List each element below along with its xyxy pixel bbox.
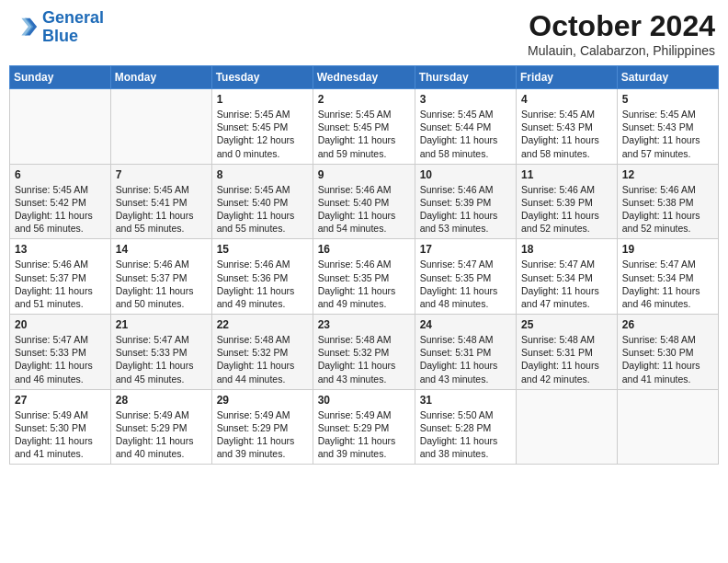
calendar-cell: 31Sunrise: 5:50 AM Sunset: 5:28 PM Dayli… <box>415 389 516 465</box>
cell-content: Sunrise: 5:48 AM Sunset: 5:30 PM Dayligh… <box>622 333 713 385</box>
day-number: 6 <box>15 168 106 181</box>
cell-content: Sunrise: 5:45 AM Sunset: 5:43 PM Dayligh… <box>622 108 713 160</box>
calendar-cell: 10Sunrise: 5:46 AM Sunset: 5:39 PM Dayli… <box>415 164 516 239</box>
calendar-cell: 6Sunrise: 5:45 AM Sunset: 5:42 PM Daylig… <box>10 164 111 239</box>
calendar-cell: 7Sunrise: 5:45 AM Sunset: 5:41 PM Daylig… <box>110 164 211 239</box>
day-header-sunday: Sunday <box>10 66 111 89</box>
calendar-cell <box>517 389 618 465</box>
calendar-cell <box>110 89 211 165</box>
day-number: 12 <box>622 168 713 181</box>
calendar-header-row: SundayMondayTuesdayWednesdayThursdayFrid… <box>10 66 719 89</box>
calendar-cell: 27Sunrise: 5:49 AM Sunset: 5:30 PM Dayli… <box>10 389 111 465</box>
calendar-week-2: 6Sunrise: 5:45 AM Sunset: 5:42 PM Daylig… <box>10 164 719 239</box>
cell-content: Sunrise: 5:45 AM Sunset: 5:45 PM Dayligh… <box>318 108 410 160</box>
logo: General Blue <box>13 9 104 46</box>
cell-content: Sunrise: 5:45 AM Sunset: 5:42 PM Dayligh… <box>15 183 106 236</box>
day-header-thursday: Thursday <box>415 66 516 89</box>
day-header-monday: Monday <box>110 66 211 89</box>
day-number: 31 <box>420 394 511 407</box>
month-title: October 2024 <box>528 9 715 43</box>
cell-content: Sunrise: 5:46 AM Sunset: 5:37 PM Dayligh… <box>15 258 106 310</box>
cell-content: Sunrise: 5:46 AM Sunset: 5:39 PM Dayligh… <box>521 183 612 236</box>
calendar-cell: 29Sunrise: 5:49 AM Sunset: 5:29 PM Dayli… <box>211 389 313 465</box>
calendar-cell <box>10 89 111 165</box>
day-number: 4 <box>521 93 612 106</box>
cell-content: Sunrise: 5:46 AM Sunset: 5:40 PM Dayligh… <box>318 183 410 236</box>
cell-content: Sunrise: 5:46 AM Sunset: 5:35 PM Dayligh… <box>318 258 410 310</box>
cell-content: Sunrise: 5:45 AM Sunset: 5:40 PM Dayligh… <box>217 183 308 236</box>
page-header: General Blue October 2024 Mulauin, Calab… <box>9 9 719 58</box>
day-number: 25 <box>521 318 612 331</box>
calendar-cell: 16Sunrise: 5:46 AM Sunset: 5:35 PM Dayli… <box>313 239 415 315</box>
cell-content: Sunrise: 5:49 AM Sunset: 5:29 PM Dayligh… <box>217 408 308 461</box>
day-number: 2 <box>318 93 410 106</box>
day-number: 18 <box>521 243 612 256</box>
day-number: 26 <box>622 318 713 331</box>
cell-content: Sunrise: 5:46 AM Sunset: 5:37 PM Dayligh… <box>116 258 207 310</box>
calendar-cell <box>617 389 718 465</box>
logo-text-line1: General <box>42 9 104 28</box>
day-number: 13 <box>15 243 106 256</box>
cell-content: Sunrise: 5:49 AM Sunset: 5:30 PM Dayligh… <box>15 408 106 461</box>
calendar-cell: 17Sunrise: 5:47 AM Sunset: 5:35 PM Dayli… <box>415 239 516 315</box>
cell-content: Sunrise: 5:49 AM Sunset: 5:29 PM Dayligh… <box>116 408 207 461</box>
day-number: 8 <box>217 168 308 181</box>
cell-content: Sunrise: 5:45 AM Sunset: 5:45 PM Dayligh… <box>217 108 308 160</box>
calendar-table: SundayMondayTuesdayWednesdayThursdayFrid… <box>9 65 719 465</box>
location: Mulauin, Calabarzon, Philippines <box>528 43 715 58</box>
day-number: 27 <box>15 394 106 407</box>
calendar-cell: 1Sunrise: 5:45 AM Sunset: 5:45 PM Daylig… <box>211 89 313 165</box>
calendar-week-5: 27Sunrise: 5:49 AM Sunset: 5:30 PM Dayli… <box>10 389 719 465</box>
cell-content: Sunrise: 5:46 AM Sunset: 5:38 PM Dayligh… <box>622 183 713 236</box>
calendar-cell: 19Sunrise: 5:47 AM Sunset: 5:34 PM Dayli… <box>617 239 718 315</box>
calendar-body: 1Sunrise: 5:45 AM Sunset: 5:45 PM Daylig… <box>10 89 719 465</box>
day-number: 21 <box>116 318 207 331</box>
day-number: 24 <box>420 318 511 331</box>
cell-content: Sunrise: 5:47 AM Sunset: 5:34 PM Dayligh… <box>622 258 713 310</box>
calendar-cell: 18Sunrise: 5:47 AM Sunset: 5:34 PM Dayli… <box>517 239 618 315</box>
day-number: 5 <box>622 93 713 106</box>
logo-icon <box>13 15 39 40</box>
cell-content: Sunrise: 5:48 AM Sunset: 5:31 PM Dayligh… <box>420 333 511 385</box>
cell-content: Sunrise: 5:45 AM Sunset: 5:41 PM Dayligh… <box>116 183 207 236</box>
day-number: 29 <box>217 394 308 407</box>
cell-content: Sunrise: 5:45 AM Sunset: 5:44 PM Dayligh… <box>420 108 511 160</box>
day-number: 30 <box>318 394 410 407</box>
calendar-cell: 26Sunrise: 5:48 AM Sunset: 5:30 PM Dayli… <box>617 315 718 390</box>
calendar-week-4: 20Sunrise: 5:47 AM Sunset: 5:33 PM Dayli… <box>10 315 719 390</box>
calendar-cell: 22Sunrise: 5:48 AM Sunset: 5:32 PM Dayli… <box>211 315 313 390</box>
calendar-cell: 28Sunrise: 5:49 AM Sunset: 5:29 PM Dayli… <box>110 389 211 465</box>
calendar-cell: 5Sunrise: 5:45 AM Sunset: 5:43 PM Daylig… <box>617 89 718 165</box>
title-section: October 2024 Mulauin, Calabarzon, Philip… <box>528 9 715 58</box>
calendar-cell: 13Sunrise: 5:46 AM Sunset: 5:37 PM Dayli… <box>10 239 111 315</box>
day-number: 23 <box>318 318 410 331</box>
calendar-week-1: 1Sunrise: 5:45 AM Sunset: 5:45 PM Daylig… <box>10 89 719 165</box>
day-number: 11 <box>521 168 612 181</box>
day-number: 14 <box>116 243 207 256</box>
cell-content: Sunrise: 5:47 AM Sunset: 5:33 PM Dayligh… <box>116 333 207 385</box>
cell-content: Sunrise: 5:49 AM Sunset: 5:29 PM Dayligh… <box>318 408 410 461</box>
cell-content: Sunrise: 5:46 AM Sunset: 5:39 PM Dayligh… <box>420 183 511 236</box>
day-number: 28 <box>116 394 207 407</box>
calendar-cell: 20Sunrise: 5:47 AM Sunset: 5:33 PM Dayli… <box>10 315 111 390</box>
day-number: 7 <box>116 168 207 181</box>
day-header-saturday: Saturday <box>617 66 718 89</box>
cell-content: Sunrise: 5:46 AM Sunset: 5:36 PM Dayligh… <box>217 258 308 310</box>
day-number: 15 <box>217 243 308 256</box>
calendar-cell: 15Sunrise: 5:46 AM Sunset: 5:36 PM Dayli… <box>211 239 313 315</box>
calendar-cell: 9Sunrise: 5:46 AM Sunset: 5:40 PM Daylig… <box>313 164 415 239</box>
day-number: 3 <box>420 93 511 106</box>
calendar-cell: 12Sunrise: 5:46 AM Sunset: 5:38 PM Dayli… <box>617 164 718 239</box>
calendar-cell: 25Sunrise: 5:48 AM Sunset: 5:31 PM Dayli… <box>517 315 618 390</box>
calendar-cell: 3Sunrise: 5:45 AM Sunset: 5:44 PM Daylig… <box>415 89 516 165</box>
cell-content: Sunrise: 5:47 AM Sunset: 5:34 PM Dayligh… <box>521 258 612 310</box>
cell-content: Sunrise: 5:48 AM Sunset: 5:31 PM Dayligh… <box>521 333 612 385</box>
day-number: 1 <box>217 93 308 106</box>
cell-content: Sunrise: 5:45 AM Sunset: 5:43 PM Dayligh… <box>521 108 612 160</box>
day-number: 9 <box>318 168 410 181</box>
calendar-cell: 30Sunrise: 5:49 AM Sunset: 5:29 PM Dayli… <box>313 389 415 465</box>
day-number: 10 <box>420 168 511 181</box>
calendar-cell: 4Sunrise: 5:45 AM Sunset: 5:43 PM Daylig… <box>517 89 618 165</box>
day-number: 16 <box>318 243 410 256</box>
day-number: 22 <box>217 318 308 331</box>
